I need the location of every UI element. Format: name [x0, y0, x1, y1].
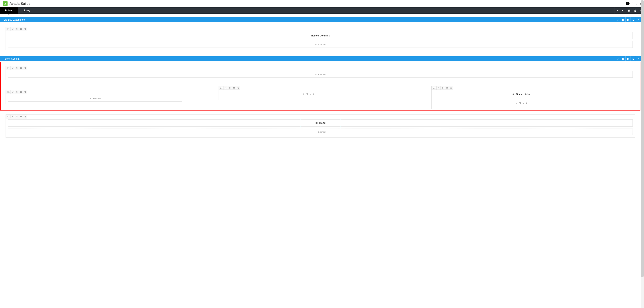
- plus-icon: ＋: [315, 43, 317, 46]
- clone-icon[interactable]: [15, 66, 19, 70]
- container-header[interactable]: Car Buy Experience: [0, 17, 641, 22]
- plus-icon: ＋: [315, 73, 317, 76]
- collapse-icon[interactable]: [636, 17, 641, 22]
- builder-column[interactable]: 1/3 Social Links ＋ Element: [432, 86, 611, 109]
- save-icon[interactable]: [19, 90, 23, 94]
- plus-icon: ＋: [315, 130, 317, 133]
- trash-icon[interactable]: [236, 86, 240, 90]
- edit-icon[interactable]: [615, 56, 620, 61]
- edit-icon[interactable]: [615, 17, 620, 22]
- add-element-label: Element: [93, 97, 101, 100]
- save-icon[interactable]: [625, 56, 630, 61]
- column-size-label[interactable]: 1/1: [6, 66, 10, 70]
- collapse-icon[interactable]: [614, 7, 620, 14]
- container-body: 1/1 ＋ Element 1/3: [0, 61, 641, 144]
- builder-row: 1/1 ＋ Element: [6, 66, 635, 80]
- clone-icon[interactable]: [620, 17, 625, 22]
- add-element-label: Element: [306, 93, 314, 95]
- code-icon[interactable]: [620, 7, 626, 14]
- edit-icon[interactable]: [224, 86, 228, 90]
- tab-library[interactable]: Library: [18, 7, 35, 14]
- add-element-button[interactable]: ＋ Element: [221, 91, 395, 97]
- plus-icon: ＋: [90, 97, 92, 100]
- save-icon[interactable]: [232, 86, 236, 90]
- trash-icon[interactable]: [23, 115, 27, 119]
- column-toolbar: 1/1: [6, 27, 27, 31]
- scrollbar-thumb[interactable]: [641, 0, 644, 152]
- add-element-label: Element: [318, 131, 326, 133]
- clone-icon[interactable]: [15, 115, 19, 119]
- clone-icon[interactable]: [15, 90, 19, 94]
- clone-icon[interactable]: [15, 27, 19, 31]
- builder-column[interactable]: 1/3 ＋ Element: [218, 86, 398, 100]
- container-header[interactable]: Footer Content: [0, 56, 641, 61]
- save-icon[interactable]: [19, 27, 23, 31]
- element-nested-columns[interactable]: Nested Columns: [8, 32, 633, 39]
- trash-icon[interactable]: [630, 17, 636, 22]
- save-icon[interactable]: [19, 66, 23, 70]
- element-social-links[interactable]: Social Links: [434, 91, 608, 98]
- tab-label: Builder: [5, 9, 12, 12]
- container-body: 1/1 Nested Columns ＋ Element: [0, 22, 641, 56]
- trash-icon[interactable]: [630, 56, 636, 61]
- add-element-button[interactable]: ＋ Element: [8, 129, 633, 135]
- edit-icon[interactable]: [436, 86, 440, 90]
- add-element-button[interactable]: ＋ Element: [8, 95, 182, 102]
- save-icon[interactable]: [625, 17, 630, 22]
- plus-icon: ＋: [302, 93, 305, 96]
- help-icon[interactable]: ?: [626, 2, 630, 5]
- column-toolbar: 1/1: [6, 66, 27, 70]
- element-label: Menu: [319, 122, 326, 124]
- move-down-icon[interactable]: ⌄: [636, 2, 638, 5]
- add-element-button[interactable]: ＋ Element: [434, 100, 608, 106]
- save-icon[interactable]: [445, 86, 449, 90]
- builder-row: 1/1 Menu ＋ Element: [6, 115, 635, 138]
- clone-icon[interactable]: [440, 86, 445, 90]
- builder-nav: Builder Library: [0, 7, 644, 14]
- builder-column[interactable]: 1/1 Menu ＋ Element: [6, 115, 635, 138]
- avada-logo: [3, 1, 8, 6]
- move-up-icon[interactable]: ⌃: [632, 2, 634, 5]
- builder-column[interactable]: 1/1 Nested Columns ＋ Element: [6, 27, 635, 50]
- edit-icon[interactable]: [10, 115, 15, 119]
- builder-column[interactable]: 1/3 ＋ Element: [6, 90, 185, 104]
- save-icon[interactable]: [19, 115, 23, 119]
- builder-row: 1/1 Nested Columns ＋ Element: [6, 27, 635, 50]
- add-element-button[interactable]: ＋ Element: [8, 71, 633, 78]
- clone-icon[interactable]: [228, 86, 232, 90]
- collapse-icon[interactable]: [636, 56, 641, 61]
- column-size-label[interactable]: 1/3: [218, 86, 224, 90]
- trash-icon[interactable]: [632, 7, 638, 14]
- element-label: Social Links: [516, 93, 530, 96]
- container-title: Car Buy Experience: [4, 18, 615, 21]
- canvas: Car Buy Experience 1/1 Nested Columns: [0, 14, 644, 152]
- element-menu[interactable]: Menu: [8, 120, 633, 127]
- app-header: Avada Builder ? ⌃ ⌄ ▴: [0, 0, 644, 7]
- scrollbar[interactable]: [641, 0, 644, 152]
- column-size-label[interactable]: 1/1: [6, 27, 10, 31]
- add-element-label: Element: [318, 73, 326, 76]
- add-element-button[interactable]: ＋ Element: [8, 41, 633, 48]
- edit-icon[interactable]: [10, 90, 15, 94]
- container-title: Footer Content: [4, 57, 615, 60]
- trash-icon[interactable]: [23, 66, 27, 70]
- column-size-label[interactable]: 1/1: [6, 115, 10, 119]
- builder-row: 1/3 ＋ Element 1/3: [6, 86, 635, 109]
- add-element-label: Element: [519, 102, 527, 104]
- builder-column[interactable]: 1/1 ＋ Element: [6, 66, 635, 80]
- app-title: Avada Builder: [10, 1, 626, 6]
- column-toolbar: 1/1: [6, 115, 27, 119]
- save-icon[interactable]: [626, 7, 632, 14]
- trash-icon[interactable]: [23, 90, 27, 94]
- column-toolbar: 1/3: [6, 90, 27, 94]
- trash-icon[interactable]: [449, 86, 453, 90]
- link-icon: [512, 93, 515, 96]
- menu-icon: [315, 122, 318, 124]
- edit-icon[interactable]: [10, 27, 15, 31]
- column-size-label[interactable]: 1/3: [6, 90, 10, 94]
- column-size-label[interactable]: 1/3: [432, 86, 436, 90]
- clone-icon[interactable]: [620, 56, 625, 61]
- tab-builder[interactable]: Builder: [0, 7, 18, 14]
- trash-icon[interactable]: [23, 27, 27, 31]
- edit-icon[interactable]: [10, 66, 15, 70]
